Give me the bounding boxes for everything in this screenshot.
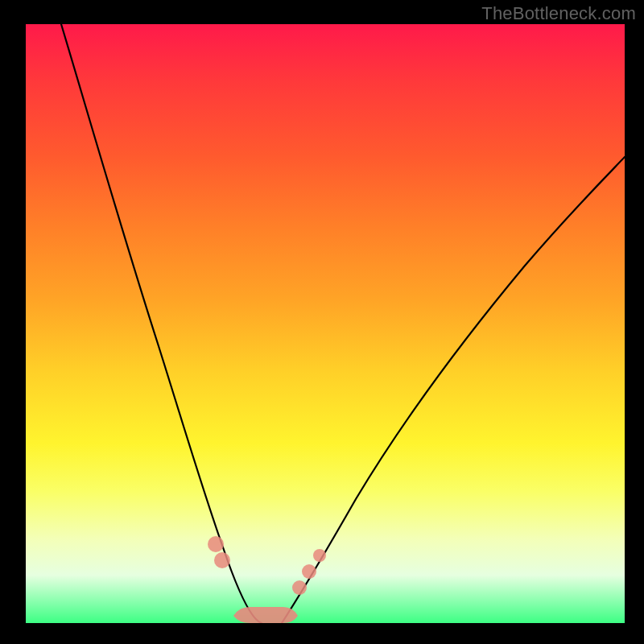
chart-stage: TheBottleneck.com: [0, 0, 644, 644]
watermark-text: TheBottleneck.com: [481, 3, 636, 24]
marker-right-2: [302, 564, 316, 579]
marker-left-1: [208, 536, 224, 552]
marker-right-3: [313, 549, 326, 562]
right-curve: [282, 157, 625, 623]
curve-overlay: [26, 24, 625, 623]
bottom-highlight: [233, 607, 298, 623]
plot-area: [26, 24, 625, 623]
marker-left-2: [214, 552, 230, 568]
left-curve: [61, 24, 262, 623]
marker-right-1: [292, 580, 307, 595]
